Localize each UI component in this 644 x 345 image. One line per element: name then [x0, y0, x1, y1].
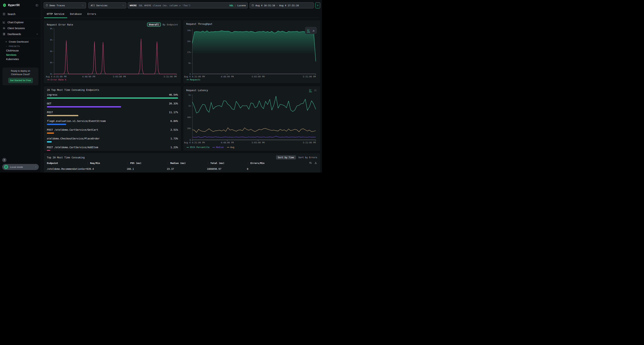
promo-text-line1: Ready to deploy on: [2, 69, 38, 73]
sidebar-item-dashboards[interactable]: Dashboards: [0, 31, 41, 37]
endpoint-label: POST /oteldemo.CartService/GetCart: [47, 128, 98, 131]
line-chart-icon[interactable]: [309, 88, 312, 92]
sidebar-item-services[interactable]: Services: [0, 53, 41, 57]
sidebar-item-clickhouse[interactable]: ClickHouse: [0, 48, 41, 53]
endpoint-label: flagd.evaluation.v1.Service/EventStream: [47, 120, 106, 122]
user-menu[interactable]: U Local mode: [2, 164, 39, 170]
endpoint-row[interactable]: POST /oteldemo.CartService/GetCart2.51%: [47, 128, 178, 137]
svg-text:0: 0: [190, 139, 191, 141]
chevron-up-icon[interactable]: [36, 33, 38, 35]
endpoint-percentage: 1.23%: [170, 146, 178, 149]
legend-item: Error Rate %: [47, 78, 66, 81]
lucene-mode-toggle[interactable]: Lucene: [238, 4, 246, 7]
laptop-icon: [2, 27, 6, 30]
drag-handle-icon[interactable]: ⋮: [127, 162, 129, 164]
legend-item: 95th Percentile: [186, 146, 209, 149]
panel-title: Request Error Rate: [47, 23, 73, 26]
svg-text:1k: 1k: [188, 94, 191, 96]
column-header[interactable]: ⋮Median (ms): [167, 162, 207, 164]
endpoint-bar: [47, 115, 78, 116]
table-toolbar: [309, 161, 317, 164]
tab-database[interactable]: Database: [67, 11, 84, 18]
drag-handle-icon[interactable]: ⋮: [207, 162, 209, 164]
endpoint-bar: [47, 132, 54, 134]
sql-mode-toggle[interactable]: SQL: [229, 4, 234, 7]
svg-text:5:31:00 PM: 5:31:00 PM: [164, 75, 176, 78]
drag-handle-icon[interactable]: ⋮: [167, 162, 169, 164]
svg-text:0%: 0%: [50, 27, 52, 30]
panel-top-endpoints: 20 Top Most Time Consuming Endpoints ing…: [44, 86, 181, 151]
search-logs-icon: [2, 12, 6, 15]
endpoint-row[interactable]: oteldemo.CheckoutService/PlaceOrder1.73%: [47, 137, 178, 145]
panel-top-table: Top 20 Most Time Consuming Sort by Time …: [44, 153, 320, 172]
by-endpoint-toggle-button[interactable]: By Endpoint: [162, 23, 178, 26]
error-rate-chart[interactable]: 0%0%0%0%0%Aug 4 4:31:00 PM4:48:00 PM5:03…: [54, 28, 176, 74]
sidebar-item-kubernetes[interactable]: Kubernetes: [0, 57, 41, 61]
legend-item: Median: [212, 146, 224, 149]
column-header[interactable]: ⋮Errors/Min: [247, 162, 317, 164]
sidebar-item-search[interactable]: Search: [0, 11, 41, 17]
date-range-picker[interactable]: Aug 4 16:31:16 - Aug 4 17:31:16: [250, 2, 314, 8]
run-query-button[interactable]: [315, 2, 320, 8]
endpoint-row[interactable]: ingress46.54%: [47, 93, 178, 101]
sort-by-errors-button[interactable]: Sort by Errors: [298, 156, 317, 159]
latency-chart[interactable]: 1k1k4002000Aug 4 4:31:00 PM4:48:00 PM5:0…: [192, 95, 316, 140]
text-wrap-icon[interactable]: [309, 161, 312, 164]
endpoint-bar: [47, 150, 50, 151]
table-cell: 639.4: [86, 167, 127, 170]
sort-by-time-button[interactable]: Sort by Time: [276, 155, 296, 159]
table-row[interactable]: /oteldemo.RecommendationServ639.4166.119…: [47, 167, 317, 170]
throughput-chart[interactable]: 34k26k17k9k0Aug 4 4:31:00 PM4:48:00 PM5:…: [192, 28, 316, 74]
svg-text:5:31:00 PM: 5:31:00 PM: [303, 75, 316, 78]
legend-label: Avg: [230, 146, 234, 149]
histogram-icon[interactable]: [314, 89, 317, 92]
hyperdx-logo-icon: [2, 3, 6, 7]
create-dashboard-button[interactable]: Create Dashboard: [0, 39, 41, 44]
preset-label: Services: [6, 53, 16, 56]
table-cell: 166.1: [127, 167, 167, 170]
endpoint-row[interactable]: POST11.17%: [47, 110, 178, 119]
line-chart-icon[interactable]: [307, 28, 310, 32]
sidebar-collapse-icon[interactable]: [36, 4, 38, 7]
chart-type-toolbar: [305, 27, 317, 34]
column-header[interactable]: ⋮Req/Min: [86, 162, 127, 164]
svg-text:400: 400: [187, 116, 191, 118]
tab-errors[interactable]: Errors: [84, 11, 99, 18]
endpoint-label: POST /oteldemo.CartService/AddItem: [47, 146, 98, 149]
sidebar-item-client-sessions[interactable]: Client Sessions: [0, 25, 41, 31]
endpoint-row[interactable]: GET26.33%: [47, 101, 178, 110]
column-header[interactable]: ⋮P95 (ms): [127, 162, 167, 164]
bar-chart-icon[interactable]: [312, 29, 315, 32]
chart-legend: 95th PercentileMedianAvg: [186, 146, 234, 149]
svg-text:Aug 4 4:31:00 PM: Aug 4 4:31:00 PM: [46, 75, 66, 78]
column-header[interactable]: ⋮Total (ms): [207, 162, 247, 164]
tab-http-service[interactable]: HTTP Service: [44, 11, 67, 18]
where-clause-search[interactable]: WHERE SQL | Lucene: [128, 2, 248, 8]
legend-label: Error Rate %: [51, 78, 66, 81]
app-title: HyperDX: [8, 3, 20, 7]
overall-toggle-button[interactable]: Overall: [147, 22, 161, 27]
endpoint-row[interactable]: POST /oteldemo.CartService/AddItem1.23%: [47, 145, 178, 151]
search-input[interactable]: [138, 4, 229, 7]
legend-label: Median: [216, 146, 224, 149]
svg-text:26k: 26k: [187, 40, 191, 42]
download-csv-icon[interactable]: [314, 161, 317, 164]
column-header[interactable]: Endpoint: [47, 162, 86, 164]
sidebar: HyperDX Search Chart Explorer Client Ses…: [0, 0, 41, 172]
endpoint-label: GET: [47, 102, 51, 105]
endpoint-row[interactable]: flagd.evaluation.v1.Service/EventStream6…: [47, 119, 178, 128]
endpoint-bar: [47, 124, 66, 125]
help-button[interactable]: ?: [2, 158, 6, 162]
column-header-label: P95 (ms): [130, 162, 142, 164]
svg-text:1k: 1k: [188, 105, 191, 107]
source-select-value: Demo Traces: [50, 4, 82, 7]
drag-handle-icon[interactable]: ⋮: [86, 162, 89, 164]
svg-text:9k: 9k: [188, 62, 191, 64]
drag-handle-icon[interactable]: ⋮: [247, 162, 249, 164]
get-started-button[interactable]: Get Started for Free: [8, 78, 33, 83]
table-cell: /oteldemo.RecommendationServ: [47, 167, 86, 170]
service-select[interactable]: All Services: [88, 2, 126, 8]
presets-group-toggle[interactable]: PRESETS: [0, 44, 41, 48]
sidebar-item-chart-explorer[interactable]: Chart Explorer: [0, 19, 41, 25]
source-select[interactable]: Demo Traces: [44, 2, 86, 8]
